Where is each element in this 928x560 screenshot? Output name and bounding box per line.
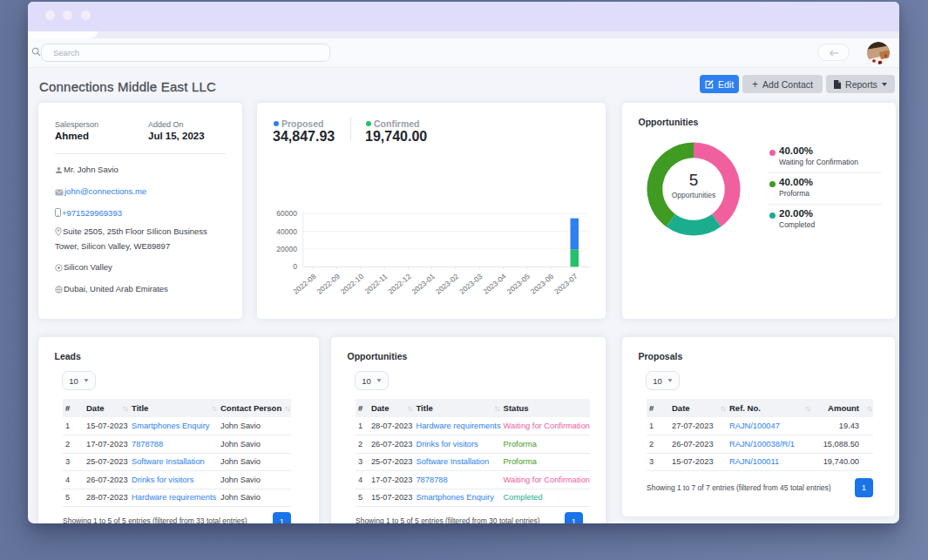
- sort-icon[interactable]: ↑↓: [867, 404, 872, 413]
- back-button[interactable]: [817, 44, 850, 61]
- cell[interactable]: 7878788: [413, 471, 500, 489]
- entries-info: Showing 1 to 7 of 7 entries (filtered fr…: [647, 483, 831, 492]
- sort-icon[interactable]: ↑↓: [805, 404, 810, 413]
- tab-strip: [28, 31, 899, 38]
- table-row: 315-07-2023RAJN/10001119,740.00: [647, 453, 873, 471]
- sort-icon[interactable]: ↑↓: [494, 404, 499, 413]
- cell: 26-07-2023: [84, 471, 129, 489]
- svg-text:2022-09: 2022-09: [315, 272, 342, 296]
- cell: 28-07-2023: [84, 489, 129, 507]
- salesperson-label: Salesperson: [55, 120, 98, 129]
- column-header: #: [63, 399, 84, 417]
- page-size-select[interactable]: 10: [646, 371, 680, 390]
- sort-icon[interactable]: ↑↓: [721, 404, 726, 413]
- cell: 27-07-2023: [669, 417, 727, 435]
- column-header[interactable]: Date↑↓: [669, 399, 727, 417]
- sort-icon[interactable]: ↑↓: [212, 404, 217, 413]
- add-contact-button[interactable]: + Add Contact: [742, 75, 823, 93]
- column-header[interactable]: Title↑↓: [129, 399, 218, 417]
- cell[interactable]: Software Installation: [413, 453, 500, 471]
- table-row: 217-07-20237878788John Savio: [63, 435, 291, 454]
- contact-person: Mr. John Savio: [55, 163, 232, 178]
- added-on-label: Added On: [148, 120, 184, 129]
- cell: 25-07-2023: [369, 453, 414, 471]
- table-row: 127-07-2023RAJN/10004719.43: [647, 417, 873, 435]
- person-icon: [55, 165, 63, 178]
- search-input[interactable]: [41, 44, 330, 62]
- cell[interactable]: 7878788: [129, 435, 218, 454]
- divider: [55, 153, 226, 154]
- legend-label: Completed: [779, 219, 882, 230]
- cell: 26-07-2023: [669, 435, 727, 454]
- traffic-light-icon[interactable]: [45, 10, 55, 20]
- svg-text:2023-01: 2023-01: [410, 272, 437, 296]
- card-title: Leads: [55, 351, 81, 361]
- cell: Waiting for Confirmation: [501, 471, 590, 489]
- svg-text:2023-07: 2023-07: [552, 272, 579, 296]
- cell: 5: [356, 489, 369, 507]
- cell[interactable]: Smartphones Enquiry: [129, 417, 218, 435]
- proposed-label: Proposed: [281, 118, 323, 129]
- legend-item: 20.00%Completed: [768, 204, 882, 235]
- cell: Proforma: [501, 435, 590, 454]
- cell[interactable]: Hardware requirements: [413, 417, 500, 435]
- cell[interactable]: RAJN/100038/R/1: [727, 435, 811, 454]
- divider: [350, 118, 351, 141]
- proposals-card: Proposals10#Date↑↓Ref. No.↑↓Amount↑↓127-…: [622, 337, 895, 516]
- sort-icon[interactable]: ↑↓: [123, 404, 128, 413]
- svg-text:2022-12: 2022-12: [386, 272, 413, 296]
- cell: 5: [63, 489, 84, 507]
- active-tab[interactable]: [28, 31, 98, 38]
- avatar[interactable]: [867, 42, 890, 64]
- page-size-select[interactable]: 10: [62, 371, 96, 390]
- cell[interactable]: RAJN/100047: [727, 417, 811, 435]
- cell[interactable]: Drinks for visitors: [129, 471, 218, 489]
- data-table: #Date↑↓Title↑↓Status128-07-2023Hardware …: [356, 399, 590, 507]
- top-navbar: [28, 38, 899, 68]
- cell[interactable]: Drinks for visitors: [413, 435, 500, 454]
- column-header: #: [356, 399, 369, 417]
- cell: 25-07-2023: [84, 453, 129, 471]
- traffic-light-icon[interactable]: [63, 10, 72, 20]
- cell: 3: [63, 453, 84, 471]
- cell[interactable]: RAJN/100011: [727, 453, 811, 471]
- edit-button[interactable]: Edit: [700, 75, 739, 93]
- column-header[interactable]: Contact Person↑↓: [218, 399, 291, 417]
- cell[interactable]: Smartphones Enquiry: [413, 489, 500, 507]
- column-header[interactable]: Amount↑↓: [811, 399, 873, 417]
- column-header[interactable]: Date↑↓: [369, 399, 414, 417]
- svg-text:2022-11: 2022-11: [363, 272, 389, 295]
- donut-legend: 40.00%Waiting for Confirmation40.00%Prof…: [768, 142, 882, 235]
- cell[interactable]: Hardware requirements: [129, 489, 218, 507]
- pagination-page-1[interactable]: 1: [273, 512, 291, 523]
- contact-mail[interactable]: john@connections.me: [55, 185, 232, 199]
- column-header[interactable]: Date↑↓: [84, 399, 129, 417]
- cell: 2: [647, 435, 669, 454]
- sort-icon[interactable]: ↑↓: [407, 404, 412, 413]
- cell: 1: [647, 417, 669, 435]
- column-header[interactable]: Ref. No.↑↓: [727, 399, 811, 417]
- cell: Completed: [501, 489, 590, 507]
- cell: John Savio: [218, 435, 291, 454]
- cell: 17-07-2023: [84, 435, 129, 454]
- pagination-page-1[interactable]: 1: [855, 478, 873, 497]
- cell: John Savio: [218, 489, 291, 507]
- traffic-light-icon[interactable]: [81, 10, 91, 20]
- cell: 15-07-2023: [84, 417, 129, 435]
- page-size-select[interactable]: 10: [355, 371, 389, 390]
- cell[interactable]: Software Installation: [129, 453, 218, 471]
- table-row: 115-07-2023Smartphones EnquiryJohn Savio: [63, 417, 291, 435]
- data-table: #Date↑↓Title↑↓Contact Person↑↓115-07-202…: [63, 399, 291, 507]
- pin-icon: [55, 226, 62, 240]
- target-icon: [55, 262, 63, 275]
- contact-globe: Dubai, United Arab Emirates: [55, 282, 232, 297]
- caret-down-icon: [667, 379, 672, 381]
- sort-icon[interactable]: ↑↓: [285, 404, 290, 413]
- svg-text:2023-04: 2023-04: [481, 272, 508, 296]
- table-row: 515-07-2023Smartphones EnquiryCompleted: [356, 489, 590, 507]
- contact-phone[interactable]: +971529969393: [55, 206, 232, 221]
- reports-button[interactable]: Reports: [826, 75, 895, 93]
- column-header[interactable]: Title↑↓: [413, 399, 500, 417]
- pagination-page-1[interactable]: 1: [565, 512, 583, 523]
- legend-dot-icon: [769, 181, 776, 187]
